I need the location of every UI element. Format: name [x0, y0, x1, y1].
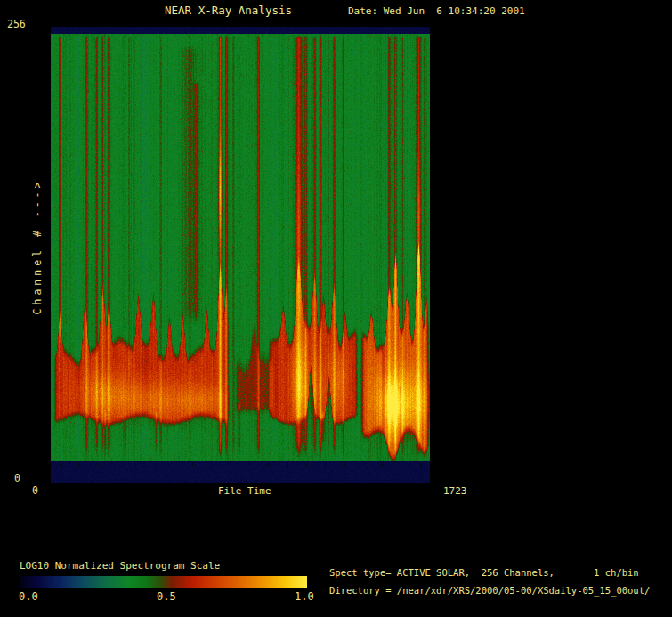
- x-axis-label: File Time: [218, 485, 271, 497]
- y-axis-label: Channel # --->: [32, 179, 44, 315]
- near-xray-window: NEAR X-Ray Analysis Date: Wed Jun 6 10:3…: [0, 0, 672, 617]
- colorbar-tick-min: 0.0: [19, 591, 38, 603]
- colorbar-tick-mid: 0.5: [157, 591, 176, 603]
- colorbar-tick-max: 1.0: [295, 591, 314, 603]
- colorbar-title: LOG10 Normalized Spectrogram Scale: [20, 560, 220, 572]
- y-axis-max-label: 256: [7, 19, 26, 30]
- x-axis-min-label: 0: [32, 485, 38, 497]
- spectrogram-canvas: [51, 27, 430, 483]
- header-date: Date: Wed Jun 6 10:34:20 2001: [348, 5, 525, 17]
- y-axis-min-label: 0: [14, 473, 20, 484]
- x-axis-max-label: 1723: [443, 485, 467, 497]
- colorbar-gradient: [20, 576, 307, 588]
- directory-info: Directory = /near/xdr/XRS/2000/05-00/XSd…: [329, 585, 650, 597]
- spect-type-info: Spect type= ACTIVE SOLAR, 256 Channels, …: [329, 567, 639, 579]
- page-title: NEAR X-Ray Analysis: [165, 4, 292, 16]
